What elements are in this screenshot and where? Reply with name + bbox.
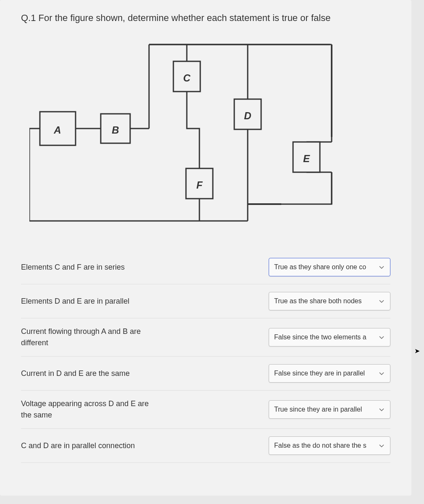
statements-list: Elements C and F are in seriesTrue as th… — [21, 250, 390, 463]
select-box[interactable]: True as the share both nodes — [269, 292, 390, 310]
select-box[interactable]: True as they share only one co — [269, 258, 390, 276]
statement-row: Current in D and E are the sameFalse sin… — [21, 357, 390, 391]
statement-row: Elements C and F are in seriesTrue as th… — [21, 250, 390, 284]
element-label-A: A — [53, 124, 61, 136]
chevron-down-icon — [378, 406, 385, 413]
question-page: Q.1 For the figure shown, determine whet… — [0, 0, 411, 496]
select-value: True as they share only one co — [274, 263, 375, 271]
svg-rect-35 — [330, 143, 333, 171]
statement-text: C and D are in parallel connection — [21, 440, 164, 452]
chevron-down-icon — [378, 298, 385, 304]
statement-row: C and D are in parallel connectionFalse … — [21, 429, 390, 463]
statement-row: Elements D and E are in parallelTrue as … — [21, 284, 390, 318]
chevron-down-icon — [378, 370, 385, 377]
select-box[interactable]: False since they are in parallel — [269, 364, 390, 383]
select-box[interactable]: False as the do not share the s — [269, 436, 390, 455]
cursor-icon: ➤ — [414, 347, 420, 355]
answer-select[interactable]: True since they are in parallel — [269, 400, 390, 419]
statement-text: Elements C and F are in series — [21, 262, 164, 273]
chevron-down-icon — [378, 442, 385, 449]
answer-select[interactable]: False since the two elements a — [269, 328, 390, 346]
select-value: False since they are in parallel — [274, 370, 375, 377]
statement-row: Voltage appearing across D and E are the… — [21, 391, 390, 429]
select-box[interactable]: True since they are in parallel — [269, 400, 390, 419]
answer-select[interactable]: False since they are in parallel — [269, 364, 390, 383]
statement-text: Current in D and E are the same — [21, 368, 164, 379]
element-label-E: E — [303, 153, 310, 164]
answer-select[interactable]: True as they share only one co — [269, 258, 390, 276]
element-label-D: D — [244, 110, 251, 121]
select-box[interactable]: False since the two elements a — [269, 328, 390, 346]
answer-select[interactable]: True as the share both nodes — [269, 292, 390, 310]
answer-select[interactable]: False as the do not share the s — [269, 436, 390, 455]
chevron-down-icon — [378, 264, 385, 270]
element-label-B: B — [112, 124, 119, 136]
element-label-C: C — [183, 72, 191, 84]
statement-row: Current flowing through A and B are diff… — [21, 318, 390, 357]
select-value: False as the do not share the s — [274, 442, 375, 449]
chevron-down-icon — [378, 334, 385, 341]
element-label-F: F — [196, 179, 203, 191]
statement-text: Current flowing through A and B are diff… — [21, 326, 164, 349]
select-value: True as the share both nodes — [274, 297, 375, 305]
question-title: Q.1 For the figure shown, determine whet… — [21, 13, 390, 24]
select-value: False since the two elements a — [274, 333, 375, 341]
statement-text: Elements D and E are in parallel — [21, 296, 164, 307]
select-value: True since they are in parallel — [274, 406, 375, 413]
circuit-diagram: C D E A B — [29, 36, 340, 234]
statement-text: Voltage appearing across D and E are the… — [21, 398, 164, 421]
